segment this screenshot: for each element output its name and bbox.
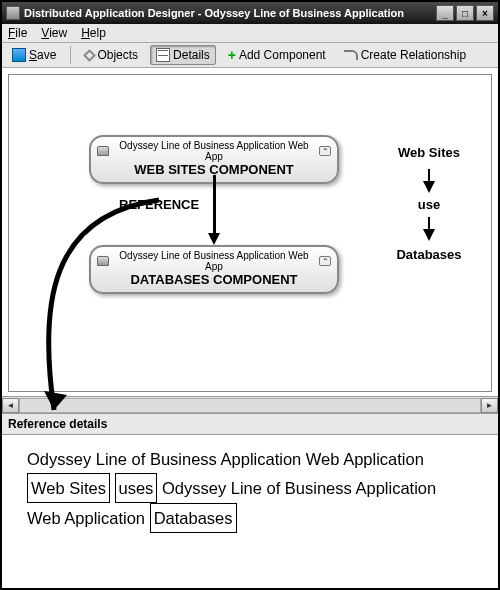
- scroll-left-button[interactable]: ◄: [2, 398, 19, 413]
- create-relationship-button[interactable]: Create Relationship: [338, 45, 472, 65]
- component-icon: [97, 146, 109, 156]
- details-line-2: Web Sites uses Odyssey Line of Business …: [27, 473, 480, 503]
- side-label-databases: Databases: [384, 247, 474, 262]
- details-text: Odyssey Line of Business Application: [162, 479, 436, 497]
- create-relationship-label: Create Relationship: [361, 48, 466, 62]
- design-canvas[interactable]: Odyssey Line of Business Application Web…: [8, 74, 492, 392]
- component-databases[interactable]: Odyssey Line of Business Application Web…: [89, 245, 339, 294]
- objects-icon: [84, 49, 97, 62]
- reference-details-body: Odyssey Line of Business Application Web…: [2, 435, 498, 543]
- component-icon: [97, 256, 109, 266]
- connector-arrowhead: [208, 233, 220, 245]
- details-token-databases[interactable]: Databases: [150, 503, 237, 533]
- app-icon: [6, 6, 20, 20]
- minimize-button[interactable]: _: [436, 5, 454, 21]
- objects-button[interactable]: Objects: [79, 45, 144, 65]
- titlebar: Distributed Application Designer - Odyss…: [2, 2, 498, 24]
- menu-file[interactable]: File: [8, 26, 27, 40]
- side-label-websites: Web Sites: [384, 145, 474, 160]
- menu-view[interactable]: View: [41, 26, 67, 40]
- scroll-right-button[interactable]: ►: [481, 398, 498, 413]
- details-label: Details: [173, 48, 210, 62]
- relationship-icon: [344, 50, 358, 60]
- toolbar: Save Objects Details + Add Component Cre…: [2, 43, 498, 68]
- connector-line: [213, 175, 216, 235]
- arrow-down-icon: [423, 181, 435, 193]
- details-token-uses[interactable]: uses: [115, 473, 158, 503]
- details-button[interactable]: Details: [150, 45, 216, 65]
- reference-details-header: Reference details: [2, 413, 498, 435]
- menubar: File View Help: [2, 24, 498, 43]
- add-component-button[interactable]: + Add Component: [222, 45, 332, 65]
- details-line-3: Web Application Databases: [27, 503, 480, 533]
- details-text: Odyssey Line of Business Application Web…: [27, 450, 424, 468]
- details-text: Web Application: [27, 509, 145, 527]
- plus-icon: +: [228, 49, 236, 61]
- details-icon: [156, 48, 170, 62]
- details-token-websites[interactable]: Web Sites: [27, 473, 110, 503]
- horizontal-scrollbar[interactable]: ◄ ►: [2, 396, 498, 413]
- chevron-up-icon[interactable]: ⌃: [319, 146, 331, 156]
- side-label-use: use: [384, 197, 474, 212]
- toolbar-separator: [70, 46, 71, 64]
- component-subtitle: Odyssey Line of Business Application Web…: [112, 250, 316, 272]
- save-icon: [12, 48, 26, 62]
- window-title: Distributed Application Designer - Odyss…: [24, 7, 436, 19]
- arrow-down-icon: [423, 229, 435, 241]
- reference-label: REFERENCE: [119, 197, 199, 212]
- chevron-up-icon[interactable]: ⌃: [319, 256, 331, 266]
- details-line-1: Odyssey Line of Business Application Web…: [27, 445, 480, 473]
- component-title: DATABASES COMPONENT: [97, 272, 331, 287]
- design-canvas-area: Odyssey Line of Business Application Web…: [2, 68, 498, 396]
- objects-label: Objects: [97, 48, 138, 62]
- component-subtitle: Odyssey Line of Business Application Web…: [112, 140, 316, 162]
- maximize-button[interactable]: □: [456, 5, 474, 21]
- add-component-label: Add Component: [239, 48, 326, 62]
- scroll-track[interactable]: [19, 398, 481, 413]
- close-button[interactable]: ×: [476, 5, 494, 21]
- save-button[interactable]: Save: [6, 45, 62, 65]
- menu-help[interactable]: Help: [81, 26, 106, 40]
